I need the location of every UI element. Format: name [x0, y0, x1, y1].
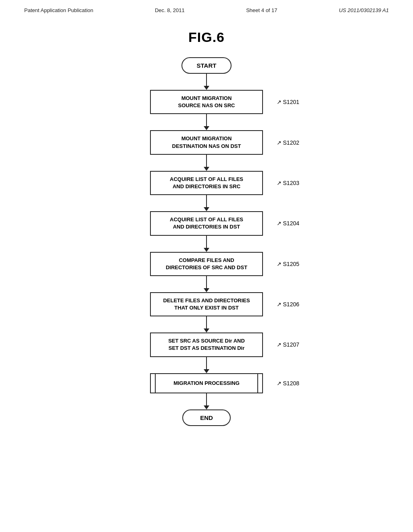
- step-S1203: ACQUIRE LIST OF ALL FILESAND DIRECTORIES…: [150, 171, 263, 195]
- step-S1204: ACQUIRE LIST OF ALL FILESAND DIRECTORIES…: [150, 211, 263, 235]
- arrow-line: [206, 74, 207, 86]
- step-S1207: SET SRC AS SOURCE Dir ANDSET DST AS DEST…: [150, 332, 263, 357]
- step-S1202-id: S1202: [283, 139, 299, 146]
- step-S1208-id: S1208: [283, 380, 299, 387]
- header-sheet: Sheet 4 of 17: [246, 7, 277, 13]
- step-S1201-label: ↗ S1201: [277, 99, 299, 105]
- step-S1205-id: S1205: [283, 261, 299, 267]
- tick-icon: ↗: [277, 341, 282, 348]
- tick-icon: ↗: [277, 261, 282, 267]
- tick-icon: ↗: [277, 220, 282, 227]
- start-shape: START: [181, 57, 232, 74]
- arrow-7: [204, 357, 209, 373]
- header-publication: Patent Application Publication: [24, 7, 93, 13]
- step-S1206-label: ↗ S1206: [277, 301, 299, 308]
- arrow-0: [204, 74, 209, 90]
- arrow-head: [204, 405, 209, 409]
- step-S1206-id: S1206: [283, 301, 299, 308]
- step-S1207-shape: SET SRC AS SOURCE Dir ANDSET DST AS DEST…: [150, 332, 263, 357]
- tick-icon: ↗: [277, 180, 282, 186]
- header: Patent Application Publication Dec. 8, 2…: [0, 0, 413, 13]
- tick-icon: ↗: [277, 380, 282, 387]
- step-S1202-shape: MOUNT MIGRATIONDESTINATION NAS ON DST: [150, 130, 263, 154]
- page: Patent Application Publication Dec. 8, 2…: [0, 0, 413, 532]
- arrow-line: [206, 357, 207, 369]
- figure-title: FIG.6: [0, 29, 413, 45]
- step-S1204-id: S1204: [283, 220, 299, 227]
- step-S1203-label: ↗ S1203: [277, 180, 299, 186]
- step-S1208-label: ↗ S1208: [277, 380, 299, 387]
- step-S1202-label: ↗ S1202: [277, 139, 299, 146]
- arrow-line: [206, 276, 207, 288]
- step-S1206-shape: DELETE FILES AND DIRECTORIESTHAT ONLY EX…: [150, 292, 263, 316]
- arrow-head: [204, 288, 209, 292]
- step-S1201-shape: MOUNT MIGRATIONSOURCE NAS ON SRC: [150, 90, 263, 114]
- arrow-line: [206, 316, 207, 328]
- arrow-4: [204, 236, 209, 252]
- arrow-3: [204, 195, 209, 211]
- header-date: Dec. 8, 2011: [155, 7, 185, 13]
- step-S1208-shape: MIGRATION PROCESSING: [150, 373, 263, 393]
- header-patent-number: US 2011/0302139 A1: [339, 7, 389, 13]
- arrow-head: [204, 328, 209, 332]
- step-S1201: MOUNT MIGRATIONSOURCE NAS ON SRC ↗ S1201: [150, 90, 263, 114]
- arrow-line: [206, 236, 207, 248]
- arrow-2: [204, 155, 209, 171]
- step-S1205-label: ↗ S1205: [277, 261, 299, 267]
- arrow-1: [204, 114, 209, 130]
- arrow-8: [204, 393, 209, 409]
- end-node: END: [182, 409, 231, 426]
- tick-icon: ↗: [277, 301, 282, 308]
- step-S1201-id: S1201: [283, 99, 299, 105]
- arrow-head: [204, 248, 209, 252]
- arrow-line: [206, 393, 207, 405]
- arrow-head: [204, 207, 209, 211]
- arrow-line: [206, 195, 207, 207]
- arrow-line: [206, 114, 207, 126]
- step-S1205: COMPARE FILES ANDDIRECTORIES OF SRC AND …: [150, 252, 263, 276]
- arrow-line: [206, 155, 207, 167]
- step-S1203-shape: ACQUIRE LIST OF ALL FILESAND DIRECTORIES…: [150, 171, 263, 195]
- arrow-head: [204, 86, 209, 90]
- arrow-5: [204, 276, 209, 292]
- end-shape: END: [182, 409, 231, 426]
- flowchart: START MOUNT MIGRATIONSOURCE NAS ON SRC ↗…: [86, 57, 327, 426]
- step-S1205-shape: COMPARE FILES ANDDIRECTORIES OF SRC AND …: [150, 252, 263, 276]
- step-S1207-id: S1207: [283, 341, 299, 348]
- arrow-head: [204, 369, 209, 373]
- step-S1206: DELETE FILES AND DIRECTORIESTHAT ONLY EX…: [150, 292, 263, 316]
- tick-icon: ↗: [277, 139, 282, 146]
- arrow-6: [204, 316, 209, 332]
- step-S1204-label: ↗ S1204: [277, 220, 299, 227]
- step-S1204-shape: ACQUIRE LIST OF ALL FILESAND DIRECTORIES…: [150, 211, 263, 235]
- arrow-head: [204, 167, 209, 171]
- step-S1202: MOUNT MIGRATIONDESTINATION NAS ON DST ↗ …: [150, 130, 263, 154]
- tick-icon: ↗: [277, 99, 282, 105]
- step-S1207-label: ↗ S1207: [277, 341, 299, 348]
- start-node: START: [181, 57, 232, 74]
- arrow-head: [204, 126, 209, 130]
- step-S1203-id: S1203: [283, 180, 299, 186]
- step-S1208: MIGRATION PROCESSING ↗ S1208: [150, 373, 263, 393]
